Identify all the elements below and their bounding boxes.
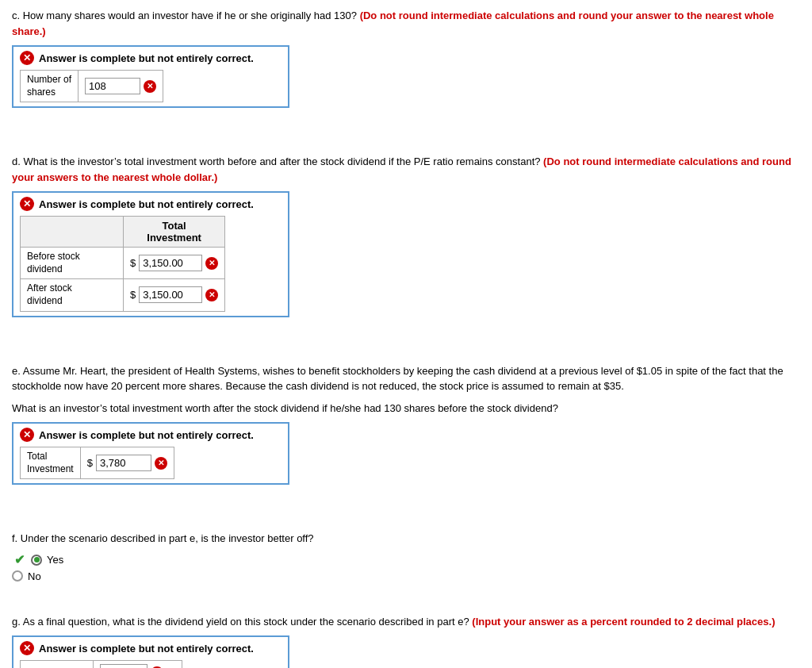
question-d-answer-box: ✕ Answer is complete but not entirely co… [12,191,289,317]
after-dividend-input[interactable] [139,286,202,303]
question-e-prefix: e. Assume Mr. Heart, the president of He… [12,365,783,393]
question-e-subtext: What is an investor’s total investment w… [12,401,800,417]
question-d-text: d. What is the investor’s total investme… [12,154,800,185]
row-value-e: $ ✕ [80,447,174,479]
before-dividend-input[interactable] [139,255,202,271]
shares-input[interactable] [85,78,140,94]
question-e-answer-header: ✕ Answer is complete but not entirely co… [20,428,282,442]
error-badge-after: ✕ [205,289,218,301]
row-label-before: Before stockdividend [21,248,124,279]
question-d-prefix: d. What is the investor’s total investme… [12,155,540,167]
question-e-text: e. Assume Mr. Heart, the president of He… [12,363,800,394]
error-badge-shares: ✕ [144,80,156,93]
error-icon-e: ✕ [20,428,34,442]
error-icon-c: ✕ [20,51,34,65]
table-row: Number ofshares ✕ [21,71,163,102]
radio-yes-label: Yes [47,554,63,566]
question-e-status: Answer is complete but not entirely corr… [39,429,254,441]
question-g-answer-box: ✕ Answer is complete but not entirely co… [12,635,289,668]
radio-no-outer [12,570,23,582]
question-c-prefix: c. How many shares would an investor hav… [12,10,357,21]
question-f: f. Under the scenario described in part … [12,531,800,582]
radio-yes[interactable]: ✔ Yes [12,553,800,567]
row-value-cell: ✕ [79,71,163,102]
dollar-sign-after: $ [130,289,136,301]
total-investment-e-input[interactable] [96,455,151,471]
row-value-before: $ ✕ [124,248,225,279]
dividend-yield-input[interactable] [100,664,147,668]
error-badge-e: ✕ [155,457,167,470]
radio-yes-inner [34,557,40,562]
row-label-e: TotalInvestment [21,447,81,479]
row-label-g: Dividend yield [21,661,94,668]
question-c-table: Number ofshares ✕ [20,70,163,102]
question-d: d. What is the investor’s total investme… [12,154,800,323]
radio-yes-outer [31,555,42,566]
question-e-sub: What is an investor’s total investment w… [12,402,558,414]
row-label-after: After stockdividend [21,279,124,311]
question-d-answer-header: ✕ Answer is complete but not entirely co… [20,197,282,211]
row-value-after: $ ✕ [124,279,225,311]
radio-no-label: No [28,570,41,582]
table-row-before: Before stockdividend $ ✕ [21,248,225,279]
question-g-text: g. As a final question, what is the divi… [12,614,800,630]
check-icon-yes: ✔ [12,553,26,567]
question-g-status: Answer is complete but not entirely corr… [39,643,254,655]
table-row-e: TotalInvestment $ ✕ [21,447,174,479]
col-header-label [21,217,124,248]
question-f-prefix: f. Under the scenario described in part … [12,532,314,544]
dollar-sign-e: $ [87,457,93,469]
question-g: g. As a final question, what is the divi… [12,614,800,668]
table-row-after: After stockdividend $ ✕ [21,279,225,311]
question-f-options: ✔ Yes No [12,553,800,582]
error-icon-d: ✕ [20,197,34,211]
question-e-table: TotalInvestment $ ✕ [20,447,174,479]
question-d-table: TotalInvestment Before stockdividend $ ✕ [20,216,225,311]
question-g-table: Dividend yield ✕ % [20,660,182,668]
question-e-answer-box: ✕ Answer is complete but not entirely co… [12,422,289,485]
error-badge-before: ✕ [205,257,218,270]
question-c: c. How many shares would an investor hav… [12,8,800,114]
table-header-row: TotalInvestment [21,217,225,248]
table-row-g: Dividend yield ✕ % [21,661,182,668]
question-c-answer-header: ✕ Answer is complete but not entirely co… [20,51,282,65]
question-d-status: Answer is complete but not entirely corr… [39,198,254,210]
dollar-sign-before: $ [130,257,136,269]
question-g-instruction: (Input your answer as a percent rounded … [472,616,775,628]
error-icon-g: ✕ [20,641,34,655]
question-g-prefix: g. As a final question, what is the divi… [12,616,469,628]
row-value-g: ✕ % [93,661,182,668]
question-g-answer-header: ✕ Answer is complete but not entirely co… [20,641,282,655]
question-e: e. Assume Mr. Heart, the president of He… [12,363,800,492]
question-c-status: Answer is complete but not entirely corr… [39,52,254,64]
question-c-answer-box: ✕ Answer is complete but not entirely co… [12,45,289,108]
row-label: Number ofshares [21,71,79,102]
col-header-investment: TotalInvestment [124,217,225,248]
question-f-text: f. Under the scenario described in part … [12,531,800,547]
question-c-text: c. How many shares would an investor hav… [12,8,800,39]
radio-no[interactable]: No [12,570,800,582]
